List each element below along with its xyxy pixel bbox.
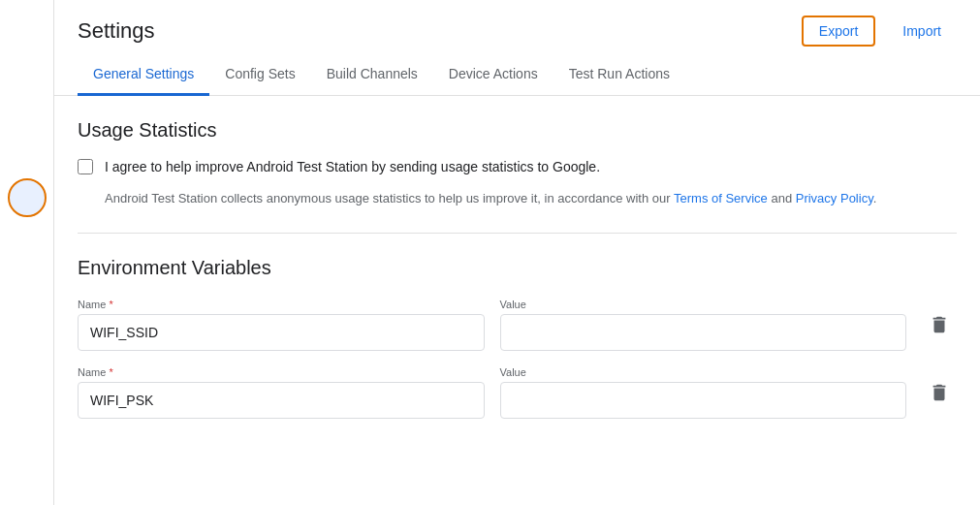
env-row-1: Name * Value xyxy=(78,299,957,351)
env-value-label-2: Value xyxy=(500,366,907,378)
usage-stats-label[interactable]: I agree to help improve Android Test Sta… xyxy=(105,157,600,177)
info-text-middle: and xyxy=(768,191,796,205)
header-actions: Export Import xyxy=(802,16,957,47)
tab-config-sets[interactable]: Config Sets xyxy=(209,54,310,96)
env-delete-button-1[interactable] xyxy=(922,307,957,342)
env-name-field-2: Name * xyxy=(78,366,485,419)
env-name-input-2[interactable] xyxy=(78,382,485,419)
env-delete-button-2[interactable] xyxy=(922,375,957,410)
sidebar xyxy=(0,0,54,505)
main-content: Settings Export Import General Settings … xyxy=(54,0,980,505)
info-text-before: Android Test Station collects anonymous … xyxy=(105,191,674,205)
env-row-2: Name * Value xyxy=(78,366,957,419)
terms-link[interactable]: Terms of Service xyxy=(674,191,768,205)
tab-general-settings[interactable]: General Settings xyxy=(78,54,209,96)
env-name-label-1: Name * xyxy=(78,299,485,310)
usage-stats-checkbox-row: I agree to help improve Android Test Sta… xyxy=(78,157,957,177)
sidebar-item-settings[interactable] xyxy=(8,178,47,217)
env-name-label-2: Name * xyxy=(78,366,485,378)
sidebar-item-tasks[interactable] xyxy=(8,8,47,47)
env-value-field-1: Value xyxy=(500,299,907,351)
privacy-link[interactable]: Privacy Policy xyxy=(796,191,873,205)
tab-test-run-actions[interactable]: Test Run Actions xyxy=(553,54,685,96)
env-name-field-1: Name * xyxy=(78,299,485,351)
import-button[interactable]: Import xyxy=(887,17,957,45)
page-title: Settings xyxy=(78,18,155,44)
page-header: Settings Export Import xyxy=(54,0,980,47)
sidebar-item-device[interactable] xyxy=(8,136,47,174)
usage-statistics-title: Usage Statistics xyxy=(78,119,957,142)
sidebar-item-analytics[interactable] xyxy=(8,93,47,132)
content-area: Usage Statistics I agree to help improve… xyxy=(54,96,980,505)
sidebar-item-calendar[interactable] xyxy=(8,50,47,89)
tab-build-channels[interactable]: Build Channels xyxy=(311,54,433,96)
env-name-input-1[interactable] xyxy=(78,314,485,351)
env-value-field-2: Value xyxy=(500,366,907,419)
tab-device-actions[interactable]: Device Actions xyxy=(433,54,553,96)
usage-stats-info: Android Test Station collects anonymous … xyxy=(105,189,957,209)
export-button[interactable]: Export xyxy=(802,16,875,47)
tabs-bar: General Settings Config Sets Build Chann… xyxy=(54,54,980,96)
env-value-input-1[interactable] xyxy=(500,314,907,351)
sidebar-item-folder[interactable] xyxy=(8,221,47,260)
info-text-after: . xyxy=(873,191,877,205)
env-value-label-1: Value xyxy=(500,299,907,310)
env-value-input-2[interactable] xyxy=(500,382,907,419)
usage-stats-checkbox[interactable] xyxy=(78,159,93,174)
env-variables-title: Environment Variables xyxy=(78,257,957,279)
section-divider xyxy=(78,233,957,234)
